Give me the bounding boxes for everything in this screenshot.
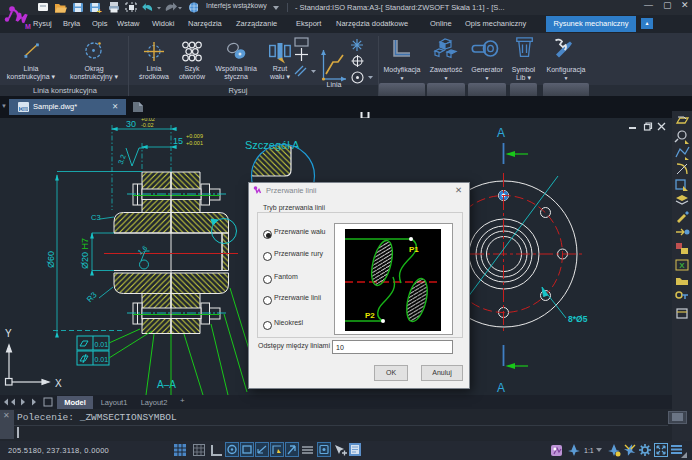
svg-text:A: A [497, 381, 505, 395]
svg-text:+0.009: +0.009 [186, 133, 203, 139]
svg-text:Ø20 H7: Ø20 H7 [80, 238, 90, 269]
svg-text:DWG: DWG [20, 107, 30, 112]
svg-text:X: X [679, 261, 685, 270]
svg-text:-0.02: -0.02 [141, 122, 154, 128]
svg-text:R3: R3 [85, 290, 99, 304]
svg-text:P2: P2 [365, 311, 375, 320]
svg-text:3.2: 3.2 [117, 153, 127, 165]
svg-text:1.6: 1.6 [136, 244, 148, 256]
svg-text:Y: Y [5, 328, 12, 339]
svg-text:X: X [55, 378, 62, 389]
svg-text:0.01: 0.01 [95, 341, 109, 348]
svg-text:15: 15 [173, 136, 183, 146]
svg-text:30: 30 [126, 119, 136, 129]
svg-text:C3: C3 [91, 213, 101, 222]
svg-text:Ø60: Ø60 [46, 251, 56, 268]
svg-text:8*Ø5: 8*Ø5 [568, 314, 588, 324]
svg-text:A–A: A–A [157, 379, 176, 390]
svg-text:+0.001: +0.001 [186, 140, 203, 146]
svg-text:A: A [497, 126, 505, 140]
svg-text:M: M [25, 23, 31, 30]
svg-text:1:1: 1:1 [584, 447, 594, 454]
svg-text:0.01: 0.01 [95, 356, 109, 363]
svg-text:+: + [97, 7, 102, 15]
svg-text:P1: P1 [409, 245, 419, 254]
